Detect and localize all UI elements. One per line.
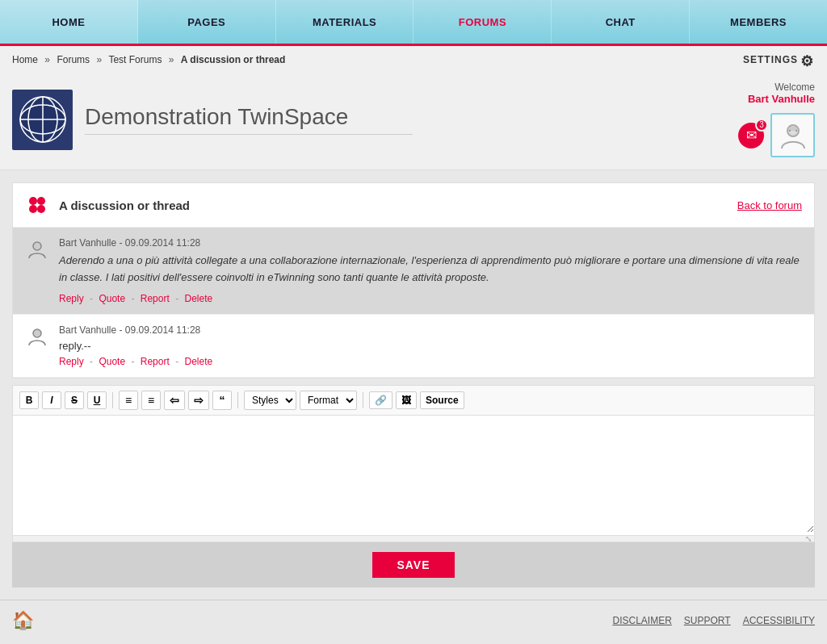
breadcrumb-sep-3: » bbox=[169, 54, 177, 65]
breadcrumb-home[interactable]: Home bbox=[12, 54, 38, 65]
logo-svg bbox=[19, 95, 67, 144]
post-2-reply[interactable]: Reply bbox=[59, 356, 84, 367]
nav-home[interactable]: HOME bbox=[0, 0, 138, 44]
svg-point-12 bbox=[29, 205, 37, 213]
post-2-meta: Bart Vanhulle - 09.09.2014 11:28 bbox=[59, 324, 802, 336]
format-select[interactable]: Format bbox=[300, 391, 357, 410]
post-1-delete[interactable]: Delete bbox=[184, 293, 212, 304]
footer-home-link[interactable]: 🏠 bbox=[12, 610, 34, 631]
post-1-reply[interactable]: Reply bbox=[59, 293, 84, 304]
toolbar-sep-2 bbox=[237, 392, 238, 408]
strikethrough-button[interactable]: S bbox=[65, 391, 84, 409]
nav-materials[interactable]: MATERIALS bbox=[276, 0, 414, 44]
post-2-quote[interactable]: Quote bbox=[99, 356, 125, 367]
footer: 🏠 DISCLAIMER SUPPORT ACCESSIBILITY bbox=[0, 600, 827, 641]
gear-icon: ⚙ bbox=[800, 52, 815, 67]
post-2-avatar bbox=[25, 324, 49, 353]
toolbar-sep-1 bbox=[112, 392, 113, 408]
indent-button[interactable]: ⇨ bbox=[188, 391, 209, 410]
post-1: Bart Vanhulle - 09.09.2014 11:28 Aderend… bbox=[13, 228, 814, 315]
post-2-author: Bart Vanhulle bbox=[59, 324, 116, 336]
post-2-actions: Reply - Quote - Report - Delete bbox=[59, 356, 802, 367]
footer-links: DISCLAIMER SUPPORT ACCESSIBILITY bbox=[612, 615, 815, 626]
thread-panel: A discussion or thread Back to forum Bar… bbox=[12, 182, 815, 378]
nav-members[interactable]: MEMBERS bbox=[690, 0, 827, 44]
support-link[interactable]: SUPPORT bbox=[684, 615, 731, 626]
underline-button[interactable]: U bbox=[87, 391, 107, 409]
thread-header-left: A discussion or thread bbox=[25, 193, 190, 217]
ordered-list-button[interactable]: ≡ bbox=[119, 391, 138, 410]
post-2-text: reply.-- bbox=[59, 340, 802, 352]
back-to-forum-link[interactable]: Back to forum bbox=[737, 199, 802, 211]
unordered-list-button[interactable]: ≡ bbox=[141, 391, 161, 410]
site-title: Demonstration TwinSpace bbox=[85, 104, 413, 135]
thread-title: A discussion or thread bbox=[59, 199, 190, 212]
post-2: Bart Vanhulle - 09.09.2014 11:28 reply.-… bbox=[13, 315, 814, 378]
thread-icon bbox=[25, 193, 49, 217]
site-header: Demonstration TwinSpace Welcome Bart Van… bbox=[0, 73, 827, 170]
main-nav: HOME PAGES MATERIALS FORUMS CHAT MEMBERS bbox=[0, 0, 827, 46]
italic-button[interactable]: I bbox=[42, 391, 61, 409]
nav-chat[interactable]: CHAT bbox=[552, 0, 690, 44]
svg-rect-7 bbox=[787, 127, 799, 131]
accessibility-link[interactable]: ACCESSIBILITY bbox=[743, 615, 815, 626]
svg-point-14 bbox=[33, 242, 41, 250]
settings-label: SETTINGS bbox=[743, 54, 798, 65]
resize-icon: ⤡ bbox=[805, 534, 812, 543]
svg-point-10 bbox=[29, 197, 37, 205]
save-button[interactable]: SAVE bbox=[372, 552, 454, 578]
avatar-icon bbox=[778, 120, 808, 151]
svg-point-15 bbox=[33, 329, 41, 337]
save-bar: SAVE bbox=[12, 542, 815, 588]
post-2-body: Bart Vanhulle - 09.09.2014 11:28 reply.-… bbox=[59, 324, 802, 367]
breadcrumb: Home » Forums » Test Forums » A discussi… bbox=[12, 54, 285, 65]
main-content: A discussion or thread Back to forum Bar… bbox=[0, 170, 827, 600]
post-1-date: - 09.09.2014 11:28 bbox=[120, 237, 201, 249]
post-1-report[interactable]: Report bbox=[141, 293, 170, 304]
breadcrumb-sep-1: » bbox=[44, 54, 52, 65]
breadcrumb-forums[interactable]: Forums bbox=[57, 54, 90, 65]
nav-pages[interactable]: PAGES bbox=[138, 0, 276, 44]
settings-link[interactable]: SETTINGS ⚙ bbox=[743, 52, 815, 67]
nav-forums[interactable]: FORUMS bbox=[414, 0, 552, 44]
thread-header: A discussion or thread Back to forum bbox=[13, 183, 814, 228]
post-1-body: Bart Vanhulle - 09.09.2014 11:28 Aderend… bbox=[59, 237, 802, 304]
image-button[interactable]: 🖼 bbox=[396, 391, 417, 409]
styles-select[interactable]: Styles bbox=[244, 391, 296, 410]
editor-resize-handle[interactable]: ⤡ bbox=[13, 535, 814, 542]
post-1-avatar bbox=[25, 237, 49, 266]
post-1-text: Aderendo a una o più attività collegate … bbox=[59, 253, 802, 286]
blockquote-button[interactable]: “ bbox=[212, 391, 232, 410]
svg-point-11 bbox=[37, 197, 45, 205]
post-2-delete[interactable]: Delete bbox=[184, 356, 212, 367]
mail-badge[interactable]: ✉ 3 bbox=[738, 123, 764, 148]
editor-textarea[interactable] bbox=[13, 416, 814, 533]
breadcrumb-current: A discussion or thread bbox=[181, 54, 286, 65]
site-logo: Demonstration TwinSpace bbox=[12, 90, 413, 150]
editor-panel: B I S U ≡ ≡ ⇦ ⇨ “ Styles Format 🔗 🖼 Sour… bbox=[12, 385, 815, 542]
svg-point-13 bbox=[37, 205, 45, 213]
breadcrumb-sep-2: » bbox=[96, 54, 104, 65]
post-1-author: Bart Vanhulle bbox=[59, 237, 116, 249]
post-2-date: - 09.09.2014 11:28 bbox=[120, 324, 201, 336]
welcome-text: Welcome Bart Vanhulle bbox=[748, 82, 815, 105]
post-1-actions: Reply - Quote - Report - Delete bbox=[59, 293, 802, 304]
user-name[interactable]: Bart Vanhulle bbox=[748, 93, 815, 105]
post-1-meta: Bart Vanhulle - 09.09.2014 11:28 bbox=[59, 237, 802, 249]
svg-point-8 bbox=[789, 130, 791, 132]
source-button[interactable]: Source bbox=[420, 391, 464, 409]
breadcrumb-test-forums[interactable]: Test Forums bbox=[108, 54, 162, 65]
user-actions: ✉ 3 bbox=[738, 113, 815, 157]
breadcrumb-bar: Home » Forums » Test Forums » A discussi… bbox=[0, 46, 827, 73]
avatar[interactable] bbox=[770, 113, 815, 157]
user-area: Welcome Bart Vanhulle ✉ 3 bbox=[738, 82, 815, 157]
mail-count: 3 bbox=[755, 119, 768, 132]
logo-image bbox=[12, 90, 73, 150]
disclaimer-link[interactable]: DISCLAIMER bbox=[612, 615, 671, 626]
link-button[interactable]: 🔗 bbox=[369, 391, 393, 409]
post-1-quote[interactable]: Quote bbox=[99, 293, 125, 304]
editor-toolbar: B I S U ≡ ≡ ⇦ ⇨ “ Styles Format 🔗 🖼 Sour… bbox=[13, 386, 814, 416]
bold-button[interactable]: B bbox=[19, 391, 39, 409]
outdent-button[interactable]: ⇦ bbox=[164, 391, 185, 410]
post-2-report[interactable]: Report bbox=[141, 356, 170, 367]
